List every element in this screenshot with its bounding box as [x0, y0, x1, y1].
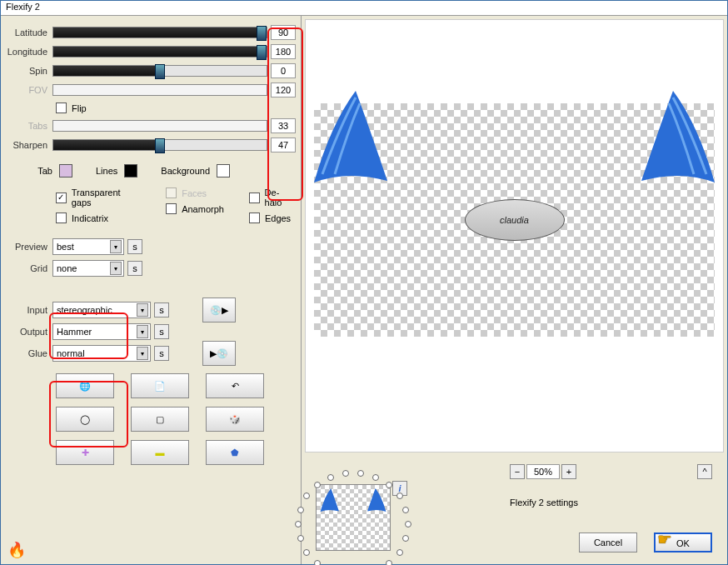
- sharpen-label: Sharpen: [6, 140, 52, 150]
- plus-button[interactable]: ✚: [56, 440, 114, 465]
- transparent-gaps-checkbox[interactable]: [56, 192, 67, 203]
- cancel-button[interactable]: Cancel: [579, 532, 637, 552]
- undo-icon: ↶: [232, 381, 239, 392]
- zoom-in-button[interactable]: +: [561, 464, 576, 479]
- flame-icon[interactable]: 🔥: [7, 541, 26, 559]
- grid-s-button[interactable]: s: [127, 261, 142, 276]
- flexify-window: Flexify 2 Latitude 90 Longitude 180 Spin…: [0, 0, 728, 565]
- edges-checkbox[interactable]: [249, 212, 260, 223]
- background-color-swatch[interactable]: [217, 164, 230, 178]
- sharpen-value[interactable]: 47: [271, 138, 296, 152]
- tabs-value[interactable]: 33: [271, 118, 296, 133]
- latitude-value[interactable]: 90: [271, 25, 296, 40]
- title-bar: Flexify 2: [1, 1, 727, 16]
- preview-s-button[interactable]: s: [127, 239, 142, 254]
- tab-color-swatch[interactable]: [59, 164, 72, 178]
- output-row: Output Hammer ▾ s: [6, 322, 296, 342]
- globe-icon: 🌐: [79, 381, 91, 392]
- caret-button[interactable]: ^: [697, 464, 712, 479]
- indicatrix-checkbox[interactable]: [56, 212, 67, 223]
- thumbnail-ring[interactable]: [291, 466, 416, 565]
- output-value: Hammer: [57, 327, 92, 337]
- undo-button[interactable]: ↶: [206, 373, 264, 398]
- page-button[interactable]: 📄: [131, 373, 189, 398]
- chevron-down-icon: ▾: [110, 240, 122, 253]
- fov-value[interactable]: 120: [271, 82, 296, 98]
- lines-color-swatch[interactable]: [124, 164, 137, 178]
- fov-slider[interactable]: [52, 84, 267, 96]
- settings-label: Flexify 2 settings: [510, 498, 578, 508]
- faces-checkbox: [166, 188, 177, 198]
- pointer-hand-icon: ☛: [657, 529, 672, 549]
- preview-canvas[interactable]: claudia: [305, 19, 724, 452]
- latitude-label: Latitude: [6, 28, 52, 38]
- brick-icon: ▬: [156, 448, 165, 458]
- spin-value[interactable]: 0: [271, 63, 296, 78]
- ring-button[interactable]: ◯: [56, 407, 114, 432]
- chevron-down-icon: ▾: [137, 325, 148, 338]
- spin-label: Spin: [6, 66, 52, 76]
- longitude-slider[interactable]: [52, 46, 267, 58]
- indicatrix-label: Indicatrix: [72, 213, 108, 223]
- latitude-slider[interactable]: [52, 27, 267, 38]
- anamorph-checkbox[interactable]: [166, 203, 177, 214]
- edges-label: Edges: [265, 213, 291, 223]
- glue-row: Glue normal ▾ s ▶💿: [6, 343, 296, 363]
- output-s-button[interactable]: s: [154, 324, 169, 339]
- lines-color-label: Lines: [96, 166, 117, 176]
- latitude-row: Latitude 90: [6, 23, 296, 42]
- zoom-out-button[interactable]: −: [510, 464, 525, 479]
- content-area: Latitude 90 Longitude 180 Spin 0 FOV 120: [1, 16, 727, 564]
- sharpen-slider[interactable]: [52, 139, 267, 151]
- grid-value: none: [57, 263, 77, 273]
- play-disc-button[interactable]: ▶💿: [202, 341, 236, 366]
- input-s-button[interactable]: s: [154, 302, 169, 318]
- zoom-value[interactable]: 50%: [526, 464, 560, 479]
- glue-combo[interactable]: normal ▾: [52, 345, 151, 362]
- flip-checkbox[interactable]: [56, 102, 67, 113]
- input-row: Input stereographic ▾ s 💿▶: [6, 300, 296, 320]
- preview-combo[interactable]: best ▾: [52, 238, 124, 255]
- output-combo[interactable]: Hammer ▾: [52, 323, 151, 340]
- anamorph-label: Anamorph: [182, 204, 224, 214]
- chevron-down-icon: ▾: [110, 262, 122, 275]
- transparent-gaps-label: Transparent gaps: [72, 188, 141, 208]
- longitude-value[interactable]: 180: [271, 44, 296, 59]
- flip-label: Flip: [72, 103, 87, 113]
- grid-row: Grid none ▾ s: [6, 258, 296, 278]
- flip-row: Flip: [56, 102, 296, 113]
- disc-play-button[interactable]: 💿▶: [202, 298, 236, 322]
- zoom-group: − 50% +: [510, 464, 576, 479]
- dice-button[interactable]: 🎲: [206, 407, 264, 432]
- glue-value: normal: [57, 348, 85, 358]
- glue-label: Glue: [6, 348, 52, 358]
- background-color-label: Background: [161, 166, 210, 176]
- options-grid: Transparent gaps Indicatrix Faces Anamor…: [56, 188, 296, 223]
- checker-background: claudia: [314, 103, 715, 337]
- tabs-slider[interactable]: [52, 120, 267, 132]
- gem-button[interactable]: ⬟: [206, 440, 264, 465]
- horn-right-shape: [640, 91, 715, 182]
- gem-icon: ⬟: [231, 448, 239, 458]
- plus-icon: ✚: [82, 448, 89, 458]
- tabs-label: Tabs: [6, 121, 52, 131]
- fov-row: FOV 120: [6, 81, 296, 99]
- grid-combo[interactable]: none ▾: [52, 260, 124, 277]
- grid-label: Grid: [6, 263, 52, 273]
- page-icon: 📄: [154, 381, 166, 392]
- controls-panel: Latitude 90 Longitude 180 Spin 0 FOV 120: [1, 16, 301, 564]
- dehalo-checkbox[interactable]: [249, 192, 260, 203]
- brick-button[interactable]: ▬: [131, 440, 189, 465]
- color-row: Tab Lines Background: [11, 164, 296, 178]
- frame-button[interactable]: ▢: [131, 407, 189, 432]
- spin-slider[interactable]: [52, 65, 267, 77]
- glue-s-button[interactable]: s: [154, 346, 169, 361]
- globe-button[interactable]: 🌐: [56, 373, 114, 398]
- chevron-down-icon: ▾: [137, 347, 148, 360]
- dice-icon: 🎲: [229, 414, 241, 425]
- output-label: Output: [6, 327, 52, 337]
- dehalo-label: De-halo: [265, 188, 296, 208]
- longitude-label: Longitude: [6, 47, 52, 57]
- input-value: stereographic: [57, 305, 112, 315]
- input-combo[interactable]: stereographic ▾: [52, 302, 151, 318]
